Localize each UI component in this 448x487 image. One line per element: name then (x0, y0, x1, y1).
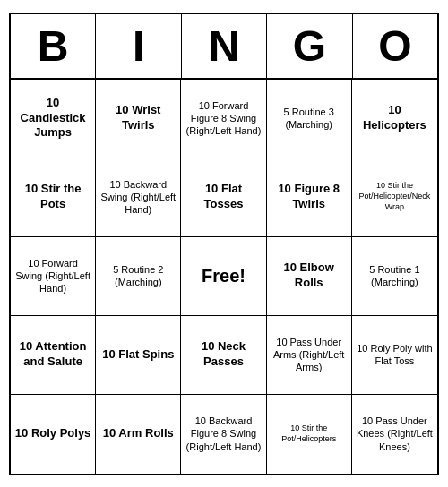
bingo-letter-n: N (182, 14, 267, 78)
bingo-cell-21: 10 Arm Rolls (96, 395, 181, 474)
bingo-cell-12: Free! (181, 237, 266, 316)
bingo-cell-20: 10 Roly Polys (11, 395, 96, 474)
bingo-grid: 10 Candlestick Jumps10 Wrist Twirls10 Fo… (11, 80, 437, 474)
bingo-cell-2: 10 Forward Figure 8 Swing (Right/Left Ha… (181, 80, 266, 158)
bingo-cell-11: 5 Routine 2 (Marching) (96, 237, 181, 316)
bingo-cell-19: 10 Roly Poly with Flat Toss (352, 316, 437, 395)
bingo-cell-23: 10 Stir the Pot/Helicopters (267, 395, 352, 474)
bingo-letter-g: G (267, 14, 352, 78)
bingo-cell-17: 10 Neck Passes (181, 316, 266, 395)
bingo-cell-16: 10 Flat Spins (96, 316, 181, 395)
bingo-cell-24: 10 Pass Under Knees (Right/Left Knees) (352, 395, 437, 474)
bingo-letter-i: I (96, 14, 181, 78)
bingo-cell-13: 10 Elbow Rolls (267, 237, 352, 316)
bingo-cell-14: 5 Routine 1 (Marching) (352, 237, 437, 316)
bingo-cell-22: 10 Backward Figure 8 Swing (Right/Left H… (181, 395, 266, 474)
bingo-card: BINGO 10 Candlestick Jumps10 Wrist Twirl… (9, 13, 439, 475)
bingo-letter-o: O (353, 14, 437, 78)
bingo-cell-7: 10 Flat Tosses (181, 158, 266, 237)
bingo-cell-3: 5 Routine 3 (Marching) (267, 80, 352, 158)
bingo-cell-4: 10 Helicopters (352, 80, 437, 158)
bingo-cell-8: 10 Figure 8 Twirls (267, 158, 352, 237)
bingo-cell-0: 10 Candlestick Jumps (11, 80, 96, 158)
bingo-letter-b: B (11, 14, 96, 78)
bingo-cell-15: 10 Attention and Salute (11, 316, 96, 395)
bingo-cell-1: 10 Wrist Twirls (96, 80, 181, 158)
bingo-cell-18: 10 Pass Under Arms (Right/Left Arms) (267, 316, 352, 395)
bingo-cell-5: 10 Stir the Pots (11, 158, 96, 237)
bingo-cell-6: 10 Backward Swing (Right/Left Hand) (96, 158, 181, 237)
bingo-cell-9: 10 Stir the Pot/Helicopter/Neck Wrap (352, 158, 437, 237)
bingo-cell-10: 10 Forward Swing (Right/Left Hand) (11, 237, 96, 316)
bingo-header: BINGO (11, 14, 437, 80)
